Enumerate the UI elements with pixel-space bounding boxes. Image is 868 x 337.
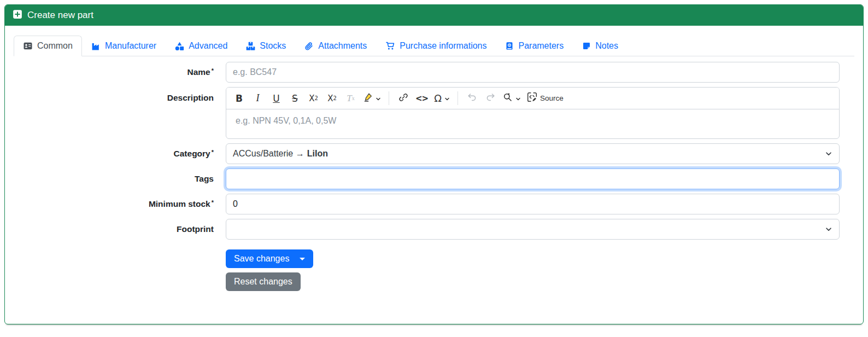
name-input[interactable] [226, 62, 840, 83]
link-icon [398, 92, 408, 104]
book-atlas-icon [505, 42, 514, 51]
footprint-row: Footprint [14, 219, 840, 240]
omega-icon: Ω [434, 92, 442, 104]
category-row: Category* ACCus/Batterie → LiIon [14, 143, 840, 164]
footprint-label: Footprint [14, 224, 226, 235]
minimum-stock-input[interactable] [226, 194, 840, 214]
editor-toolbar: B I U S X2 X2 Tx [226, 88, 839, 109]
paperclip-icon [304, 42, 314, 51]
chevron-down-icon [825, 225, 832, 233]
category-select[interactable]: ACCus/Batterie → LiIon [226, 143, 840, 164]
code-button[interactable]: <> [413, 90, 430, 107]
tab-stocks[interactable]: Stocks [237, 36, 295, 56]
italic-button[interactable]: I [249, 90, 266, 107]
tab-advanced[interactable]: Advanced [166, 36, 237, 56]
tab-label: Parameters [518, 41, 564, 51]
tab-label: Purchase informations [400, 41, 486, 51]
highlight-button[interactable] [361, 90, 383, 107]
name-label: Name* [14, 67, 226, 78]
reset-changes-button[interactable]: Reset changes [226, 272, 301, 291]
card-header: Create new part [5, 5, 863, 26]
description-row: Description B I U S X2 X2 Tx [14, 87, 840, 139]
source-label: Source [540, 94, 564, 102]
tags-label: Tags [14, 174, 226, 184]
tab-label: Manufacturer [105, 41, 156, 51]
tab-parameters[interactable]: Parameters [496, 36, 573, 56]
tab-bar: Common Manufacturer Adva [14, 36, 854, 56]
save-changes-button[interactable]: Save changes [226, 249, 313, 268]
bold-button[interactable]: B [231, 90, 248, 107]
form-actions: Save changes Reset changes [226, 249, 854, 291]
source-button[interactable]: Source [525, 90, 566, 107]
toolbar-separator [458, 91, 458, 105]
special-characters-button[interactable]: Ω [432, 90, 452, 107]
save-changes-label: Save changes [234, 254, 289, 264]
tab-purchase-informations[interactable]: Purchase informations [376, 36, 496, 56]
sticky-note-icon [582, 42, 591, 50]
highlighter-icon [363, 92, 373, 104]
plus-square-icon [13, 9, 22, 22]
boxes-stacked-icon [246, 42, 255, 51]
tags-row: Tags [14, 168, 840, 189]
superscript-button[interactable]: X2 [324, 90, 341, 107]
factory-icon [91, 42, 101, 51]
category-value-selected: LiIon [307, 149, 328, 159]
chevron-down-icon [376, 93, 381, 104]
underline-button[interactable]: U [268, 90, 285, 107]
tab-label: Stocks [260, 41, 286, 51]
tab-notes[interactable]: Notes [573, 36, 627, 56]
source-icon [527, 92, 537, 104]
page-title: Create new part [27, 10, 93, 21]
description-editable[interactable]: e.g. NPN 45V, 0,1A, 0,5W [226, 109, 839, 138]
name-row: Name* [14, 62, 840, 83]
address-card-icon [23, 42, 33, 50]
tags-input[interactable] [226, 168, 840, 189]
redo-button[interactable] [482, 90, 499, 107]
category-label: Category* [14, 149, 226, 159]
footprint-select[interactable] [226, 219, 840, 240]
reset-changes-label: Reset changes [234, 277, 292, 287]
tab-label: Common [37, 41, 73, 51]
shopping-cart-icon [385, 42, 395, 50]
find-replace-button[interactable] [501, 90, 523, 107]
toolbar-separator [389, 91, 389, 105]
chevron-down-icon [444, 93, 450, 104]
caret-down-icon [300, 258, 305, 260]
find-replace-icon [503, 92, 513, 104]
chevron-down-icon [825, 150, 832, 158]
tab-manufacturer[interactable]: Manufacturer [82, 36, 166, 56]
description-label: Description [14, 87, 226, 103]
category-value-path: ACCus/Batterie → [233, 149, 304, 159]
tab-label: Attachments [318, 41, 367, 51]
minimum-stock-label: Minimum stock* [14, 199, 226, 210]
chevron-down-icon [515, 93, 521, 104]
shapes-icon [175, 42, 184, 51]
common-tab-form: Name* Description B I U S X2 [14, 62, 854, 291]
subscript-button[interactable]: X2 [305, 90, 322, 107]
tab-label: Advanced [189, 41, 227, 51]
link-button[interactable] [395, 90, 412, 107]
create-part-card: Create new part Common [4, 4, 864, 324]
tab-attachments[interactable]: Attachments [295, 36, 376, 56]
strikethrough-button[interactable]: S [286, 90, 303, 107]
remove-format-button[interactable]: Tx [342, 90, 359, 107]
redo-icon [485, 92, 496, 104]
undo-icon [467, 92, 477, 104]
minimum-stock-row: Minimum stock* [14, 194, 840, 214]
tab-label: Notes [595, 41, 618, 51]
rich-text-editor: B I U S X2 X2 Tx [226, 87, 840, 139]
undo-button[interactable] [464, 90, 480, 107]
tab-common[interactable]: Common [14, 36, 82, 56]
